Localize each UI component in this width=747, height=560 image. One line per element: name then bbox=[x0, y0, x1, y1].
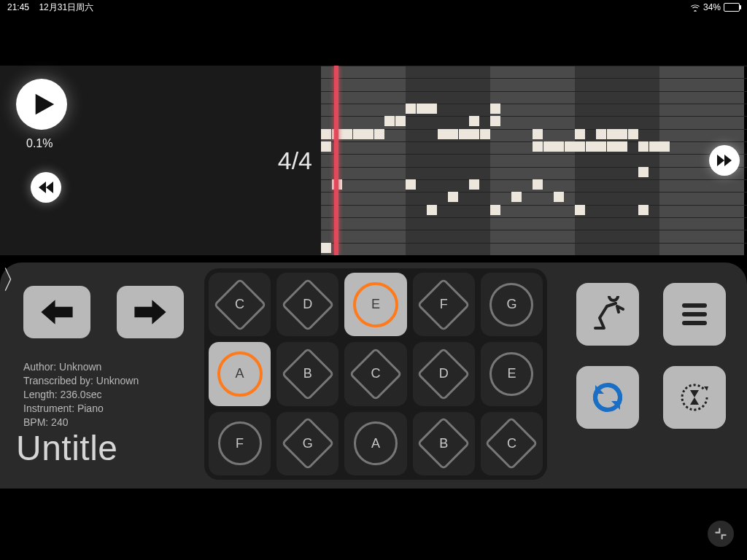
arrow-left-icon bbox=[39, 298, 74, 327]
note[interactable] bbox=[533, 179, 543, 190]
note[interactable] bbox=[490, 205, 500, 215]
note-grid[interactable] bbox=[321, 66, 747, 255]
note[interactable] bbox=[427, 104, 437, 114]
note[interactable] bbox=[363, 129, 374, 139]
note-key-label: B bbox=[303, 366, 312, 381]
note[interactable] bbox=[469, 116, 479, 126]
minimize-button[interactable] bbox=[708, 521, 734, 547]
note[interactable] bbox=[448, 129, 458, 139]
note[interactable] bbox=[342, 129, 352, 139]
menu-icon bbox=[676, 296, 713, 332]
time-signature: 4/4 bbox=[278, 147, 312, 175]
note-key-c[interactable]: C bbox=[344, 342, 406, 405]
note[interactable] bbox=[554, 141, 564, 152]
note[interactable] bbox=[384, 116, 395, 126]
note-key-d[interactable]: D bbox=[276, 273, 338, 336]
note[interactable] bbox=[607, 129, 617, 139]
note[interactable] bbox=[565, 141, 575, 152]
note-key-label: F bbox=[440, 297, 448, 312]
menu-button[interactable] bbox=[663, 283, 726, 346]
note[interactable] bbox=[406, 179, 416, 190]
note[interactable] bbox=[649, 141, 659, 152]
note[interactable] bbox=[659, 141, 670, 152]
note[interactable] bbox=[395, 116, 406, 126]
playhead[interactable] bbox=[334, 66, 338, 255]
note[interactable] bbox=[406, 104, 416, 114]
note-key-e[interactable]: E bbox=[481, 342, 543, 405]
note-key-a[interactable]: A bbox=[344, 412, 406, 475]
rewind-button[interactable] bbox=[31, 172, 61, 203]
meta-bpm: BPM: 240 bbox=[23, 416, 139, 429]
hourglass-timer-icon bbox=[676, 379, 713, 416]
note-key-c[interactable]: C bbox=[481, 412, 543, 475]
note[interactable] bbox=[638, 167, 649, 177]
status-time: 21:45 bbox=[7, 2, 29, 12]
note[interactable] bbox=[417, 104, 427, 114]
note[interactable] bbox=[448, 192, 458, 202]
note[interactable] bbox=[438, 129, 448, 139]
status-left: 21:45 12月31日周六 bbox=[7, 1, 93, 14]
note[interactable] bbox=[469, 129, 479, 139]
note-key-f[interactable]: F bbox=[209, 412, 271, 475]
note-key-a[interactable]: A bbox=[209, 342, 271, 405]
note[interactable] bbox=[596, 141, 606, 152]
fast-forward-button[interactable] bbox=[709, 145, 740, 176]
note-key-b[interactable]: B bbox=[413, 412, 475, 475]
note[interactable] bbox=[459, 129, 469, 139]
note[interactable] bbox=[607, 141, 617, 152]
note-key-label: B bbox=[439, 436, 448, 451]
note[interactable] bbox=[427, 205, 437, 215]
note[interactable] bbox=[638, 141, 649, 152]
note[interactable] bbox=[575, 129, 585, 139]
note[interactable] bbox=[321, 243, 331, 253]
play-button[interactable] bbox=[16, 79, 67, 130]
song-metadata: Author: Unknown Transcribed by: Unknown … bbox=[23, 360, 139, 429]
meta-author: Author: Unknown bbox=[23, 360, 139, 374]
note[interactable] bbox=[469, 179, 479, 190]
timer-button[interactable] bbox=[663, 366, 726, 429]
note[interactable] bbox=[490, 116, 500, 126]
note[interactable] bbox=[511, 192, 522, 202]
note[interactable] bbox=[533, 141, 543, 152]
note-key-label: G bbox=[506, 297, 516, 312]
battery-icon bbox=[724, 3, 740, 12]
next-song-button[interactable] bbox=[117, 286, 184, 338]
note[interactable] bbox=[321, 141, 331, 152]
note-key-c[interactable]: C bbox=[209, 273, 271, 336]
note[interactable] bbox=[353, 129, 363, 139]
note[interactable] bbox=[533, 129, 543, 139]
svg-rect-1 bbox=[682, 312, 707, 316]
note[interactable] bbox=[617, 129, 627, 139]
autoplay-robot-button[interactable] bbox=[576, 283, 639, 346]
note-key-label: A bbox=[236, 366, 244, 381]
note-key-b[interactable]: B bbox=[276, 342, 338, 405]
status-date: 12月31日周六 bbox=[39, 2, 93, 12]
note[interactable] bbox=[617, 141, 627, 152]
note[interactable] bbox=[554, 192, 564, 202]
note-key-d[interactable]: D bbox=[413, 342, 475, 405]
note[interactable] bbox=[575, 141, 585, 152]
note-key-f[interactable]: F bbox=[413, 273, 475, 336]
note-key-e[interactable]: E bbox=[344, 273, 406, 336]
side-buttons bbox=[576, 283, 729, 429]
top-area: 0.1% 4/4 bbox=[0, 66, 747, 255]
play-icon bbox=[31, 92, 56, 117]
note[interactable] bbox=[374, 129, 384, 139]
minimize-icon bbox=[713, 526, 728, 541]
note-key-label: D bbox=[303, 297, 312, 312]
note[interactable] bbox=[596, 129, 606, 139]
note-key-g[interactable]: G bbox=[481, 273, 543, 336]
note[interactable] bbox=[543, 141, 554, 152]
prev-song-button[interactable] bbox=[23, 286, 90, 338]
svg-rect-2 bbox=[682, 321, 707, 325]
note[interactable] bbox=[490, 104, 500, 114]
note-key-g[interactable]: G bbox=[276, 412, 338, 475]
note[interactable] bbox=[480, 129, 490, 139]
note[interactable] bbox=[321, 129, 331, 139]
note[interactable] bbox=[575, 205, 585, 215]
note[interactable] bbox=[586, 141, 596, 152]
note[interactable] bbox=[638, 205, 649, 215]
note[interactable] bbox=[628, 129, 638, 139]
loop-button[interactable] bbox=[576, 366, 639, 429]
bottom-panel: 〉 Author: Unknown Transcribed by: Unknow… bbox=[0, 262, 747, 489]
